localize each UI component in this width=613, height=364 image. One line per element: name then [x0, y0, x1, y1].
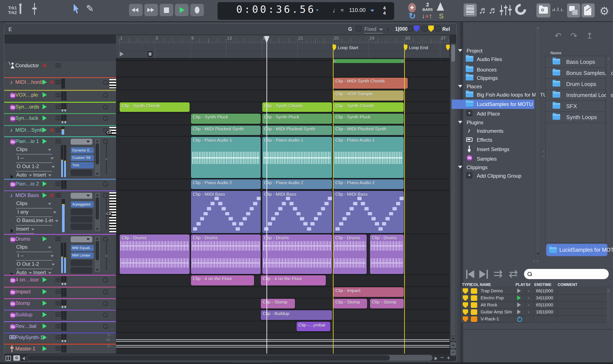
grid-row-rev-bal[interactable]: [116, 321, 450, 333]
track-name[interactable]: Drums: [15, 236, 30, 242]
track-record-button[interactable]: [50, 128, 54, 132]
track-meter[interactable]: [64, 243, 66, 273]
bar-ruler[interactable]: 15913172125293337: [116, 35, 450, 44]
track-zoom-icon[interactable]: [103, 324, 108, 329]
tempo-dropdown-icon[interactable]: [370, 9, 374, 13]
file-list-scrollbar[interactable]: [606, 56, 611, 243]
track-meter[interactable]: [61, 145, 63, 177]
clip[interactable]: Clip - MIDI Synth Chords: [333, 77, 408, 89]
h-scroll-thumb[interactable]: [27, 355, 390, 360]
go-first-button[interactable]: [466, 269, 476, 280]
clip[interactable]: Clip - Drums: [190, 234, 261, 274]
track-header-stomp[interactable]: ♒Stomp: [4, 298, 116, 309]
clipping-row-trap-demo[interactable]: Trap Demo-66|1|000: [461, 288, 610, 295]
track-meter[interactable]: [61, 345, 64, 352]
track-collapse-arrow[interactable]: [11, 175, 13, 179]
track-meter[interactable]: [61, 180, 64, 189]
track-name[interactable]: Syn…luck: [15, 115, 38, 121]
insert-scrollbar[interactable]: [94, 192, 100, 232]
play-button[interactable]: [175, 4, 188, 16]
track-menu-icon[interactable]: [55, 128, 61, 132]
up-folder-icon[interactable]: ↥: [586, 31, 593, 40]
track-meter[interactable]: [64, 345, 67, 352]
grid-note-icon[interactable]: ♩: [386, 25, 393, 32]
clip[interactable]: Clip - Drums: [119, 234, 190, 274]
insert-bank-dropdown[interactable]: [71, 236, 92, 242]
clip[interactable]: Clip - 4 on the Floor: [260, 275, 326, 286]
track-play-button[interactable]: [42, 128, 47, 132]
clip[interactable]: Clip - MIDI Bass: [190, 190, 261, 234]
track-zoom-icon[interactable]: [103, 105, 108, 110]
track-header-vox-ple[interactable]: ♒VOX…ple: [4, 90, 116, 102]
file-row-bass-loops[interactable]: Bass Loops: [546, 56, 605, 68]
track-meter[interactable]: [64, 311, 67, 320]
track-play-button[interactable]: [42, 139, 47, 144]
clip[interactable]: Clip - Synth Chords: [119, 102, 190, 112]
track-menu-icon[interactable]: [55, 182, 61, 186]
clipping-row-electro-pop[interactable]: Electro Pop-34|1|000: [461, 295, 610, 302]
track-input-dropdown[interactable]: I --: [17, 253, 54, 259]
track-menu-icon[interactable]: [55, 80, 61, 84]
track-play-button[interactable]: [42, 79, 47, 85]
v-scroll-thumb[interactable]: [451, 45, 455, 62]
clipping-play-button[interactable]: [517, 310, 521, 314]
track-output-dropdown[interactable]: O BassLine-1-in: [17, 217, 58, 223]
track-meter[interactable]: [64, 91, 67, 100]
track-output-dropdown[interactable]: O Out 1-2: [17, 163, 55, 169]
track-header-midi-hords[interactable]: ♪MIDI…hords: [4, 77, 116, 90]
track-zoom-icon[interactable]: [103, 139, 108, 144]
clip[interactable]: Clip - Piano Audio 2: [262, 179, 333, 190]
track-menu-icon[interactable]: [55, 335, 61, 339]
clipping-play-button[interactable]: [517, 288, 521, 293]
countoff-display[interactable]: 2 BARS: [420, 2, 435, 12]
clip[interactable]: Clip - Synth Chords: [262, 102, 333, 112]
clip[interactable]: Clip - Synth Chords: [333, 102, 404, 112]
insert-bank-dropdown[interactable]: [71, 193, 92, 199]
track-name[interactable]: VOX…ple: [15, 92, 38, 98]
track-meter[interactable]: [64, 180, 67, 189]
go-last-button[interactable]: [479, 269, 489, 280]
track-menu-icon[interactable]: [55, 237, 61, 241]
track-meter[interactable]: [64, 288, 67, 297]
settings-gear-icon[interactable]: ⚙: [599, 5, 609, 17]
time-format-dropdown-icon[interactable]: [315, 9, 319, 12]
loop-playback-icon[interactable]: ↻: [409, 11, 416, 21]
editor-horizontal-scrollbar[interactable]: [27, 355, 432, 361]
loop-bar-right-handle[interactable]: [401, 59, 404, 63]
clip[interactable]: Clip - Impact: [333, 287, 404, 298]
clip[interactable]: Clip - Buildup: [260, 310, 333, 320]
h-scroll-right-button[interactable]: [435, 357, 437, 360]
track-meter[interactable]: [64, 300, 67, 308]
track-header-conductor[interactable]: Conductor: [4, 60, 116, 77]
track-play-button[interactable]: [42, 324, 47, 329]
track-menu-icon[interactable]: [55, 278, 61, 282]
clip[interactable]: Clip - Synth Pluck: [262, 113, 333, 124]
mini-keyboard-icon[interactable]: [109, 79, 116, 89]
track-name[interactable]: PolySynth-1: [15, 334, 43, 340]
track-menu-icon[interactable]: [55, 105, 61, 109]
track-name[interactable]: Impact: [15, 289, 31, 295]
track-record-button[interactable]: [50, 80, 54, 84]
track-input-dropdown[interactable]: I --: [17, 155, 54, 161]
track-header-master-1[interactable]: Master-10 −: [4, 343, 116, 354]
track-play-button[interactable]: [42, 301, 47, 306]
track-zoom-icon[interactable]: [103, 301, 108, 306]
track-name[interactable]: 4 on…loor: [15, 277, 39, 283]
track-zoom-icon[interactable]: [103, 116, 108, 121]
track-name[interactable]: MIDI Bass: [15, 192, 39, 198]
track-header-drums[interactable]: ♒DrumsClipsI --O Out 1-2AutoInsertMW Equ…: [4, 234, 116, 274]
playhead[interactable]: [267, 36, 267, 354]
track-menu-icon[interactable]: [55, 312, 61, 317]
track-header-buildup[interactable]: ♒Buildup: [4, 309, 116, 321]
tracks-view-button[interactable]: [464, 3, 477, 17]
tree-caret-icon[interactable]: [458, 166, 462, 169]
track-play-button[interactable]: [42, 289, 47, 294]
table-scrollbar[interactable]: [606, 288, 611, 323]
clipping-color-swatch[interactable]: [471, 316, 477, 322]
track-meter[interactable]: [61, 300, 64, 308]
snapshot-camera-icon[interactable]: [13, 355, 20, 361]
memory-play-marker-icon[interactable]: [120, 52, 124, 56]
clip[interactable]: Clip - Piano Audio 1: [190, 136, 261, 179]
time-display[interactable]: 0:00:36.56: [236, 3, 316, 15]
track-meter[interactable]: [61, 115, 64, 124]
